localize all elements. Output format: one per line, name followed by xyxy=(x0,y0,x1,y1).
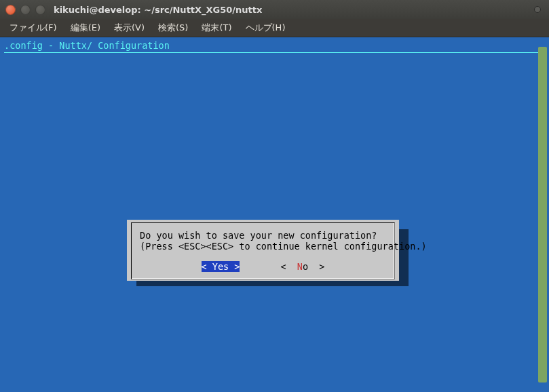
menu-file[interactable]: ファイル(F) xyxy=(4,20,62,36)
scrollbar-thumb[interactable] xyxy=(538,47,547,383)
menubar: ファイル(F) 編集(E) 表示(V) 検索(S) 端末(T) ヘルプ(H) xyxy=(0,19,549,37)
menu-view[interactable]: 表示(V) xyxy=(109,20,150,36)
titlebar: kikuchi@develop: ~/src/NuttX_XG50/nuttx xyxy=(0,0,549,19)
config-title: .config - Nuttx/ Configuration xyxy=(0,37,549,52)
save-dialog: Do you wish to save your new configurati… xyxy=(127,220,399,281)
no-rest: o > xyxy=(303,261,325,272)
maximize-button[interactable] xyxy=(35,5,45,15)
terminal-viewport[interactable]: .config - Nuttx/ Configuration Do you wi… xyxy=(0,37,549,392)
window-title: kikuchi@develop: ~/src/NuttX_XG50/nuttx xyxy=(54,5,534,15)
window-controls xyxy=(5,5,45,15)
close-button[interactable] xyxy=(5,5,16,15)
menu-terminal[interactable]: 端末(T) xyxy=(196,20,237,36)
menu-edit[interactable]: 編集(E) xyxy=(65,20,106,36)
menu-help[interactable]: ヘルプ(H) xyxy=(240,20,291,36)
titlebar-indicator-icon xyxy=(534,6,541,13)
no-button[interactable]: < No > xyxy=(280,261,324,272)
horizontal-rule xyxy=(4,52,545,53)
scrollbar[interactable] xyxy=(538,47,547,383)
dialog-line2: (Press <ESC><ESC> to continue kernel con… xyxy=(140,241,386,252)
terminal-window: kikuchi@develop: ~/src/NuttX_XG50/nuttx … xyxy=(0,0,549,392)
no-hot: N xyxy=(297,261,303,272)
dialog-inner: Do you wish to save your new configurati… xyxy=(131,222,395,279)
no-left: < xyxy=(280,261,297,272)
minimize-button[interactable] xyxy=(20,5,31,15)
dialog-line1: Do you wish to save your new configurati… xyxy=(140,230,386,241)
yes-button[interactable]: < Yes > xyxy=(202,261,240,272)
dialog-button-row: < Yes > < No > xyxy=(140,261,386,276)
menu-search[interactable]: 検索(S) xyxy=(153,20,193,36)
